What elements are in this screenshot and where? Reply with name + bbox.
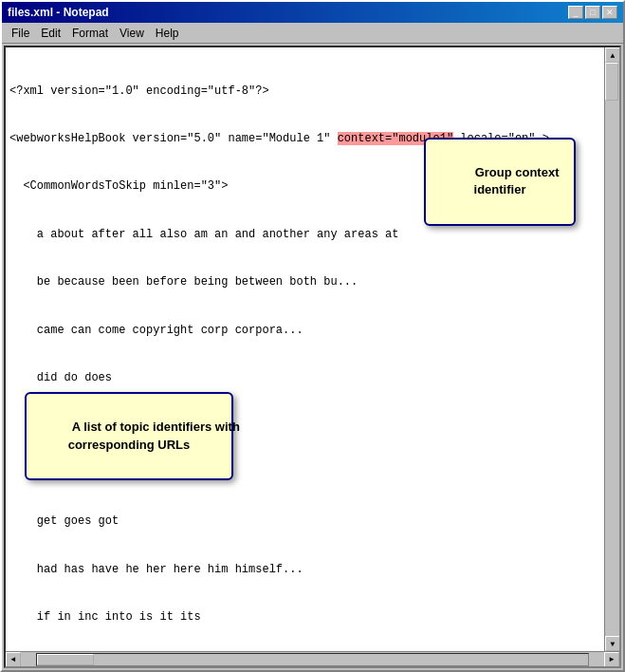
scroll-v-thumb[interactable] <box>605 63 618 101</box>
line-4: a about after all also am an and another… <box>9 227 600 243</box>
scroll-h-track[interactable] <box>36 653 589 666</box>
line-1: <?xml version="1.0" encoding="utf-8"?> <box>9 84 600 100</box>
tooltip-topic-list: A list of topic identifiers withcorrespo… <box>25 392 233 480</box>
menu-view[interactable]: View <box>114 25 150 42</box>
scroll-up-button[interactable]: ▲ <box>605 47 619 63</box>
line-10: get goes got <box>9 513 600 530</box>
title-bar: files.xml - Notepad _ □ ✕ <box>2 2 623 23</box>
horizontal-scrollbar[interactable]: ◄ ► <box>6 651 619 666</box>
scroll-left-button[interactable]: ◄ <box>6 652 21 667</box>
close-button[interactable]: ✕ <box>602 6 617 19</box>
scroll-h-thumb[interactable] <box>37 654 94 665</box>
line-7: did do does <box>9 370 600 386</box>
vertical-scrollbar[interactable]: ▲ ▼ <box>604 47 619 651</box>
maximize-button[interactable]: □ <box>585 6 600 19</box>
editor-container: <?xml version="1.0" encoding="utf-8"?> <… <box>4 46 621 668</box>
line-6: came can come copyright corp corpora... <box>9 323 600 339</box>
title-bar-controls: _ □ ✕ <box>568 6 617 19</box>
menu-bar: File Edit Format View Help <box>2 23 623 44</box>
tooltip-topic-list-text: A list of topic identifiers withcorrespo… <box>68 420 240 451</box>
tooltip-group-context: Group contextidentifier <box>424 138 576 226</box>
scroll-v-track[interactable] <box>605 63 619 636</box>
editor-content[interactable]: <?xml version="1.0" encoding="utf-8"?> <… <box>6 47 604 651</box>
main-window: files.xml - Notepad _ □ ✕ File Edit Form… <box>0 0 625 672</box>
editor-body: <?xml version="1.0" encoding="utf-8"?> <… <box>6 47 619 651</box>
line-12: if in inc into is it its <box>9 609 600 625</box>
menu-edit[interactable]: Edit <box>35 25 66 42</box>
scroll-right-button[interactable]: ► <box>604 652 619 667</box>
menu-file[interactable]: File <box>6 25 35 42</box>
tooltip-group-context-text: Group contextidentifier <box>474 165 560 196</box>
minimize-button[interactable]: _ <box>568 6 583 19</box>
line-5: be because been before being between bot… <box>9 274 600 290</box>
window-title: files.xml - Notepad <box>8 6 109 19</box>
scroll-down-button[interactable]: ▼ <box>605 636 619 651</box>
menu-help[interactable]: Help <box>150 25 185 42</box>
line-11: had has have he her here him himself... <box>9 562 600 578</box>
menu-format[interactable]: Format <box>66 25 114 42</box>
